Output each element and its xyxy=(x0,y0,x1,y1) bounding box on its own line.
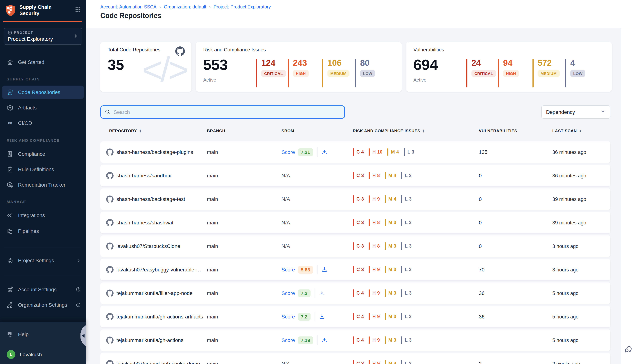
sidebar-item-label: Artifacts xyxy=(18,105,37,110)
sbom-score-link[interactable]: Score xyxy=(282,267,295,272)
user-menu[interactable]: L Lavakush xyxy=(0,348,86,361)
column-header-last-scan[interactable]: LAST SCAN▲ xyxy=(552,128,582,133)
download-sbom-icon[interactable] xyxy=(319,314,325,320)
repo-name[interactable]: lavakush07/argocd-hub-spoke-demo xyxy=(117,361,200,364)
sbom-score-value: 7.2 xyxy=(298,289,310,297)
repo-name[interactable]: tejakummarikuntla/filler-app-node xyxy=(117,290,193,296)
table-row[interactable]: tejakummarikuntla/gh-actions-artifactsma… xyxy=(100,306,610,327)
breadcrumb-account-link[interactable]: Account: Automation-SSCA xyxy=(100,4,157,10)
info-icon[interactable] xyxy=(76,302,81,308)
sidebar-item-compliance[interactable]: Compliance xyxy=(0,147,86,160)
risk-badge-m: M 3 xyxy=(385,219,396,226)
sbom-cell: Score7.2 xyxy=(282,282,325,304)
table-row[interactable]: shash-harness/backstage-testmainN/AC 3H … xyxy=(100,188,610,210)
app-grid-icon[interactable] xyxy=(75,6,81,14)
sidebar-item-remediation-tracker[interactable]: Remediation Tracker xyxy=(0,178,86,191)
last-scan: 5 hours ago xyxy=(552,282,578,304)
project-selector[interactable]: PROJECT Product Exploratory xyxy=(4,28,82,45)
github-icon xyxy=(106,219,114,226)
download-sbom-icon[interactable] xyxy=(322,149,327,155)
download-sbom-icon[interactable] xyxy=(322,267,327,272)
last-scan: 39 minutes ago xyxy=(552,212,586,233)
section-label-manage: MANAGE xyxy=(7,200,26,205)
repo-name[interactable]: shash-harness/sandbox xyxy=(117,173,171,178)
chevron-right-icon xyxy=(76,258,81,263)
info-icon[interactable] xyxy=(76,287,81,292)
table-row[interactable]: tejakummarikuntla/filler-app-nodemainSco… xyxy=(100,282,610,304)
sidebar-item-account-settings[interactable]: Account Settings xyxy=(0,283,86,296)
column-header-repository[interactable]: REPOSITORY ▲▼ xyxy=(109,128,142,133)
sidebar-item-code-repositories[interactable]: </> Code Repositories xyxy=(2,86,84,99)
sbom-cell: N/A xyxy=(282,165,290,186)
risk-badge-l: L 3 xyxy=(401,242,412,250)
sidebar-item-get-started[interactable]: Get Started xyxy=(0,56,86,69)
risk-issues-count: 553 xyxy=(203,57,228,72)
severity-low: 80 LOW xyxy=(355,59,375,88)
section-label-risk: RISK AND COMPLIANCE xyxy=(7,138,60,144)
sidebar-item-help[interactable]: ? Help xyxy=(0,328,86,341)
sbom-cell: Score5.83 xyxy=(282,259,327,280)
severity-critical: 124 CRITICAL xyxy=(256,59,286,88)
vulnerability-count: 36 xyxy=(479,282,484,304)
sbom-score-link[interactable]: Score xyxy=(282,314,295,320)
severity-value: 80 xyxy=(360,59,375,67)
sort-ascending-icon: ▲ xyxy=(579,129,582,132)
sbom-score-link[interactable]: Score xyxy=(282,149,295,155)
column-header-vulnerabilities: VULNERABILITIES xyxy=(479,128,517,133)
risk-badge-m: M 3 xyxy=(385,266,396,273)
severity-badge: HIGH xyxy=(293,70,309,77)
sidebar-footer: ? Help L Lavakush xyxy=(0,322,86,364)
sbom-cell: N/A xyxy=(282,188,290,210)
divider xyxy=(314,312,315,322)
risk-badges: C 4H 9M 3L 3 xyxy=(353,330,416,351)
search-input[interactable] xyxy=(114,109,341,115)
sidebar-item-rule-definitions[interactable]: Rule Definitions xyxy=(0,163,86,176)
sidebar-item-project-settings[interactable]: Project Settings xyxy=(0,254,86,267)
sbom-cell: N/A xyxy=(282,353,290,364)
table-row[interactable]: shash-harness/backstage-pluginsmainScore… xyxy=(100,142,610,163)
dependency-filter-dropdown[interactable]: Dependency xyxy=(541,106,610,119)
chat-bubbles-icon[interactable] xyxy=(623,344,633,356)
vulnerability-count: 70 xyxy=(479,259,484,280)
card-title: Risk and Compliance Issues xyxy=(203,47,266,52)
risk-badge-h: H 9 xyxy=(369,266,380,273)
risk-badge-c: C 3 xyxy=(353,219,364,226)
sidebar-item-integrations[interactable]: Integrations xyxy=(0,209,86,222)
table-row[interactable]: lavakush07/easybuggy-vulnerable-app...ma… xyxy=(100,259,610,280)
severity-badge: MEDIUM xyxy=(538,70,560,77)
clipboard-check-icon xyxy=(7,166,14,173)
breadcrumb-org-link[interactable]: Organization: default xyxy=(164,4,206,10)
sidebar-item-organization-settings[interactable]: Organization Settings xyxy=(0,298,86,312)
brand: Supply ChainSecurity xyxy=(0,0,86,20)
table-row[interactable]: shash-harness/shashwatmainN/AC 3H 8M 3L … xyxy=(100,212,610,233)
column-header-risk[interactable]: RISK AND COMPLIANCE ISSUES ▲▼ xyxy=(353,128,425,133)
repo-name[interactable]: shash-harness/backstage-plugins xyxy=(117,149,193,155)
table-row[interactable]: tejakummarikuntla/gh-actionsmainScore7.1… xyxy=(100,330,610,351)
risk-badge-c: C 3 xyxy=(353,242,364,250)
repo-name[interactable]: tejakummarikuntla/gh-actions xyxy=(117,337,183,343)
repo-name[interactable]: shash-harness/backstage-test xyxy=(117,196,185,202)
download-sbom-icon[interactable] xyxy=(319,290,325,296)
repository-table: shash-harness/backstage-pluginsmainScore… xyxy=(100,142,610,364)
download-sbom-icon[interactable] xyxy=(322,337,327,343)
sbom-score-link[interactable]: Score xyxy=(282,290,295,296)
sbom-cell: Score7.19 xyxy=(282,330,327,351)
last-scan: 39 minutes ago xyxy=(552,188,586,210)
breadcrumb-project-link[interactable]: Project: Product Exploratory xyxy=(214,4,271,10)
breadcrumb-separator: › xyxy=(209,4,211,10)
repo-name[interactable]: shash-harness/shashwat xyxy=(117,220,174,226)
sidebar-item-artifacts[interactable]: Artifacts xyxy=(0,101,86,114)
chevron-down-icon xyxy=(600,109,605,115)
repo-name[interactable]: lavakush07/easybuggy-vulnerable-app... xyxy=(117,267,204,272)
sidebar-item-cicd[interactable]: ∞ CI/CD xyxy=(0,116,86,130)
severity-badge: CRITICAL xyxy=(261,70,286,77)
table-row[interactable]: lavakush07/argocd-hub-spoke-demomainN/AC… xyxy=(100,353,610,364)
severity-value: 572 xyxy=(538,59,560,67)
risk-badge-c: C 3 xyxy=(353,172,364,179)
table-row[interactable]: lavakush07/StarbucksClonemainN/AC 3H 8M … xyxy=(100,236,610,257)
repo-name[interactable]: tejakummarikuntla/gh-actions-artifacts xyxy=(117,314,203,320)
table-row[interactable]: shash-harness/sandboxmainN/AC 3H 8M 4L 2… xyxy=(100,165,610,186)
sidebar-item-pipelines[interactable]: Pipelines xyxy=(0,224,86,238)
repo-name[interactable]: lavakush07/StarbucksClone xyxy=(117,243,180,249)
sbom-score-link[interactable]: Score xyxy=(282,337,295,343)
